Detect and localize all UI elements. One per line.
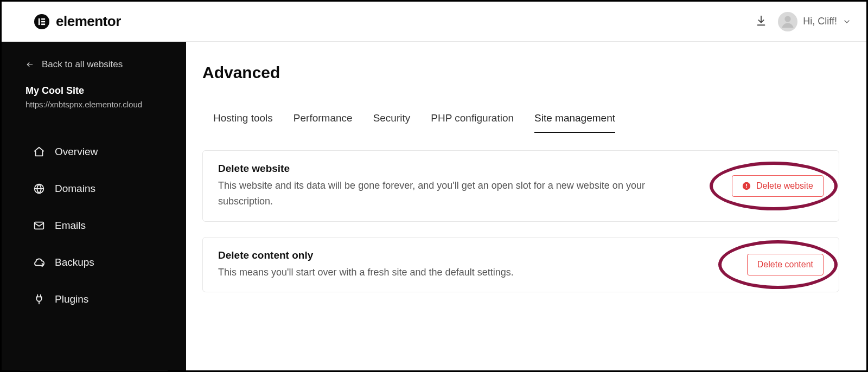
card-text: Delete website This website and its data… xyxy=(218,163,695,209)
brand[interactable]: elementor xyxy=(34,13,121,30)
sidebar-divider xyxy=(20,370,168,370)
button-label: Delete website xyxy=(756,181,813,191)
user-menu[interactable]: Hi, Cliff! xyxy=(778,12,851,31)
sidebar-item-label: Domains xyxy=(55,183,95,195)
card-text: Delete content only This means you'll st… xyxy=(218,249,514,280)
sidebar-item-label: Overview xyxy=(55,146,98,158)
greeting-text: Hi, Cliff! xyxy=(803,16,837,27)
sidebar-item-backups[interactable]: Backups xyxy=(2,246,186,279)
topbar-right: Hi, Cliff! xyxy=(755,12,851,31)
tabs: Hosting tools Performance Security PHP c… xyxy=(202,109,839,133)
tab-php-configuration[interactable]: PHP configuration xyxy=(431,109,514,133)
tab-hosting-tools[interactable]: Hosting tools xyxy=(213,109,273,133)
back-to-all-websites[interactable]: Back to all websites xyxy=(2,59,186,85)
main: Advanced Hosting tools Performance Secur… xyxy=(186,42,866,370)
svg-rect-4 xyxy=(41,23,45,25)
sidebar-item-label: Emails xyxy=(55,220,86,232)
chevron-down-icon xyxy=(843,17,851,26)
sidebar-item-emails[interactable]: Emails xyxy=(2,209,186,242)
sidebar-nav: Overview Domains Emails xyxy=(2,135,186,316)
svg-point-5 xyxy=(785,16,791,22)
svg-rect-11 xyxy=(746,187,747,188)
tab-performance[interactable]: Performance xyxy=(293,109,353,133)
tab-site-management[interactable]: Site management xyxy=(534,109,615,133)
sidebar-item-label: Plugins xyxy=(55,293,88,305)
elementor-logo-icon xyxy=(34,14,49,29)
plug-icon xyxy=(33,293,45,305)
sidebar-item-plugins[interactable]: Plugins xyxy=(2,283,186,316)
download-button[interactable] xyxy=(755,15,767,29)
svg-rect-2 xyxy=(41,18,45,20)
back-label: Back to all websites xyxy=(42,59,123,70)
mail-icon xyxy=(33,220,45,232)
action-wrap: Delete website xyxy=(732,175,824,197)
arrow-left-icon xyxy=(25,61,34,68)
delete-content-button[interactable]: Delete content xyxy=(747,254,824,275)
card-title: Delete website xyxy=(218,163,695,175)
card-delete-content: Delete content only This means you'll st… xyxy=(202,237,839,293)
topbar: elementor Hi, Cliff! xyxy=(2,2,866,42)
body: Back to all websites My Cool Site https:… xyxy=(2,42,866,370)
sidebar-item-label: Backups xyxy=(55,256,94,268)
brand-word: elementor xyxy=(56,13,121,30)
home-icon xyxy=(33,146,45,158)
globe-icon xyxy=(33,183,45,195)
card-desc: This means you'll start over with a fres… xyxy=(218,265,514,280)
button-label: Delete content xyxy=(757,260,813,270)
svg-rect-3 xyxy=(41,21,45,22)
card-desc: This website and its data will be gone f… xyxy=(218,178,695,209)
warning-icon xyxy=(742,182,751,190)
site-block: My Cool Site https://xnbtspnx.elementor.… xyxy=(2,85,186,117)
sidebar-item-domains[interactable]: Domains xyxy=(2,172,186,206)
sidebar: Back to all websites My Cool Site https:… xyxy=(2,42,186,370)
avatar xyxy=(778,12,797,31)
delete-website-button[interactable]: Delete website xyxy=(732,175,824,197)
person-icon xyxy=(780,14,796,30)
card-delete-website: Delete website This website and its data… xyxy=(202,150,839,222)
svg-rect-1 xyxy=(39,18,40,24)
svg-rect-10 xyxy=(746,184,747,187)
page-title: Advanced xyxy=(202,63,839,82)
site-name: My Cool Site xyxy=(25,85,164,97)
card-title: Delete content only xyxy=(218,249,514,261)
site-url: https://xnbtspnx.elementor.cloud xyxy=(25,100,164,109)
tab-security[interactable]: Security xyxy=(373,109,411,133)
app-frame: elementor Hi, Cliff! xyxy=(0,0,868,372)
action-wrap: Delete content xyxy=(747,254,824,275)
cloud-icon xyxy=(33,256,45,268)
sidebar-item-overview[interactable]: Overview xyxy=(2,135,186,169)
download-icon xyxy=(755,15,767,27)
